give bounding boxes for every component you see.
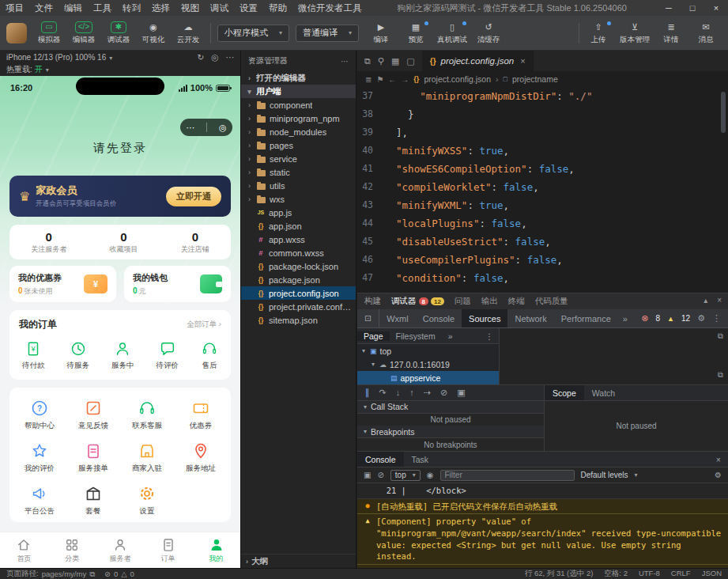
devtools-tab[interactable]: Sources	[462, 309, 507, 327]
tab-overflow-icon[interactable]: »	[618, 309, 632, 327]
file-tree-row[interactable]: package.json	[241, 273, 356, 286]
menu-item[interactable]: 设置	[234, 0, 263, 16]
file-tree-row[interactable]: project.config.json	[241, 286, 356, 300]
grid-item-settings[interactable]: 设置	[120, 484, 174, 517]
context-selector[interactable]: top ▾	[390, 470, 421, 481]
grid-item-take-orders[interactable]: 服务接单	[66, 441, 120, 474]
stat-item[interactable]: 0 收藏项目	[109, 230, 138, 255]
kebab-menu-icon[interactable]: ⋮	[712, 313, 721, 324]
menu-item[interactable]: 选择	[146, 0, 175, 16]
outline-list-icon[interactable]: ≣	[365, 75, 372, 84]
outline-section[interactable]: › 大纲	[241, 554, 356, 568]
stat-item[interactable]: 0 关注店铺	[181, 230, 209, 255]
language-mode[interactable]: JSON	[702, 569, 722, 579]
close-button[interactable]: ×	[704, 0, 728, 16]
file-tree-row[interactable]: › service	[241, 152, 356, 165]
toolbar-action-button[interactable]: ▯ 真机调试	[435, 21, 470, 45]
warning-count-icon[interactable]: ▲	[667, 315, 674, 323]
console-settings-icon[interactable]: ⚙	[715, 471, 722, 479]
order-item-after-sale[interactable]: 售后	[201, 340, 218, 371]
bookmark-icon[interactable]: ⚑	[376, 75, 383, 84]
order-item-pending-review[interactable]: 待评价	[157, 340, 179, 371]
console-tab[interactable]: Console	[357, 452, 404, 467]
file-tree-row[interactable]: › miniprogram_npm	[241, 112, 356, 125]
page-path[interactable]: 页面路径: pages/my/my ⧉	[6, 569, 95, 579]
coupon-card[interactable]: 我的优惠券 0张未使用	[9, 266, 116, 302]
clear-console-icon[interactable]: ⊘	[377, 471, 383, 479]
file-tree-row[interactable]: common.wxss	[241, 246, 356, 259]
file-tree-row[interactable]: › node_modules	[241, 125, 356, 138]
rotate-icon[interactable]: ↻	[198, 52, 205, 62]
grid-item-my-reviews[interactable]: 我的评价	[13, 441, 66, 474]
file-tree-row[interactable]: package-lock.json	[241, 259, 356, 273]
editor-tab[interactable]: {} project.config.json ×	[422, 51, 534, 71]
menu-item[interactable]: 转到	[117, 0, 146, 16]
grid-item-packages[interactable]: 套餐	[66, 484, 120, 517]
all-orders-link[interactable]: 全部订单 ›	[187, 320, 221, 330]
scope-watch-tab[interactable]: Watch	[584, 385, 623, 400]
explorer-actions-icon[interactable]: ⋯	[341, 57, 349, 66]
file-tree-row[interactable]: › 打开的编辑器	[241, 71, 356, 85]
toolbar-mode-button[interactable]: ✱ 调试器	[103, 21, 134, 45]
toolbar-right-button[interactable]: ≣ 详情	[655, 21, 687, 45]
step-icon[interactable]: ⇢	[424, 388, 431, 398]
step-into-icon[interactable]: ↓	[396, 388, 401, 397]
menu-item[interactable]: 调试	[205, 0, 234, 16]
debugger-panel-tab[interactable]: 调试器 8 12	[391, 296, 444, 307]
breakpoints-section[interactable]: ▾ Breakpoints	[357, 426, 544, 438]
tab-close-icon[interactable]: ×	[520, 56, 525, 66]
breadcrumb-file[interactable]: project.config.json	[424, 74, 491, 84]
dock-panel-icon[interactable]: ⧉	[718, 331, 723, 341]
wallet-card[interactable]: 我的钱包 0元	[124, 266, 231, 302]
user-avatar[interactable]	[6, 23, 27, 44]
sources-tree-row[interactable]: ▾ ▣ top	[357, 344, 499, 358]
device-selector[interactable]: iPhone 12/13 (Pro) 100% 16▾	[6, 53, 112, 62]
file-tree-row[interactable]: › component	[241, 98, 356, 112]
hot-reload-toggle[interactable]: 热重载:开▾	[6, 64, 49, 75]
sources-tree-row[interactable]: ▤ appservice	[357, 371, 499, 384]
eye-icon[interactable]: ◉	[427, 471, 434, 479]
tab-mine[interactable]: 我的	[192, 532, 240, 568]
toolbar-right-button[interactable]: ✉ 消息	[690, 21, 722, 45]
tab-service-providers[interactable]: 服务者	[96, 532, 145, 568]
console-filter-input[interactable]	[440, 470, 575, 481]
toolbar-mode-button[interactable]: ▭ 模拟器	[33, 21, 65, 45]
breadcrumb-node[interactable]: projectname	[512, 74, 558, 84]
file-tree-row[interactable]: › pages	[241, 138, 356, 152]
tab-home[interactable]: 首页	[0, 532, 48, 568]
forward-arrow-icon[interactable]: →	[401, 75, 409, 84]
file-tree-row[interactable]: project.private.config.js...	[241, 300, 356, 313]
menu-item[interactable]: 编辑	[58, 0, 88, 16]
back-arrow-icon[interactable]: ←	[388, 75, 396, 84]
search-icon[interactable]: ⚲	[378, 56, 384, 66]
collapse-panel-icon[interactable]: ▴	[703, 296, 707, 305]
sources-sidebar-tab[interactable]: Filesystem	[390, 331, 442, 341]
tab-overflow-icon[interactable]: »	[442, 328, 459, 343]
capsule-menu[interactable]: ⋯ ◎	[180, 119, 232, 136]
minimize-button[interactable]: ─	[657, 0, 681, 16]
login-prompt[interactable]: 请先登录	[0, 141, 240, 156]
problems-summary[interactable]: ⊘ 0 △ 0	[104, 570, 134, 578]
pause-on-exceptions-icon[interactable]: ▣	[457, 388, 465, 398]
menu-item[interactable]: 微信开发者工具	[292, 0, 368, 16]
file-tree-row[interactable]: › wxs	[241, 192, 356, 206]
compile-mode-dropdown[interactable]: 普通编译 ▾	[296, 25, 359, 42]
grid-item-feedback[interactable]: 意见反馈	[66, 399, 120, 431]
toolbar-right-button[interactable]: ⇧ 上传	[583, 21, 614, 45]
toolbar-mode-button[interactable]: ◉ 可视化	[138, 21, 169, 45]
vip-card[interactable]: ♛ 家政会员 开通会员可享受项目会员价 立即开通	[9, 176, 231, 217]
sources-tree-row[interactable]: ▾ ☁ 127.0.0.1:16019	[357, 358, 499, 371]
grid-item-merchant-join[interactable]: 商家入驻	[120, 441, 174, 474]
code-editor[interactable]: 37 "miniprogramNpmDistDir": "./" 38 } 39…	[357, 87, 719, 293]
debugger-panel-tab[interactable]: 输出	[481, 296, 498, 307]
split-editor-icon[interactable]: ⧉	[364, 56, 371, 66]
file-tree-row[interactable]: sitemap.json	[241, 313, 356, 327]
layout-grid-icon[interactable]: ▦	[391, 56, 399, 66]
tab-categories[interactable]: 分类	[48, 532, 96, 568]
toolbar-action-button[interactable]: ▦ 预览	[400, 21, 432, 45]
devtools-tab[interactable]: Performance	[554, 309, 618, 327]
maximize-button[interactable]: □	[681, 0, 704, 16]
grid-item-announcements[interactable]: 平台公告	[13, 484, 66, 517]
close-panel-icon[interactable]: ×	[717, 296, 722, 305]
open-external-icon[interactable]: ⧉	[89, 570, 95, 579]
